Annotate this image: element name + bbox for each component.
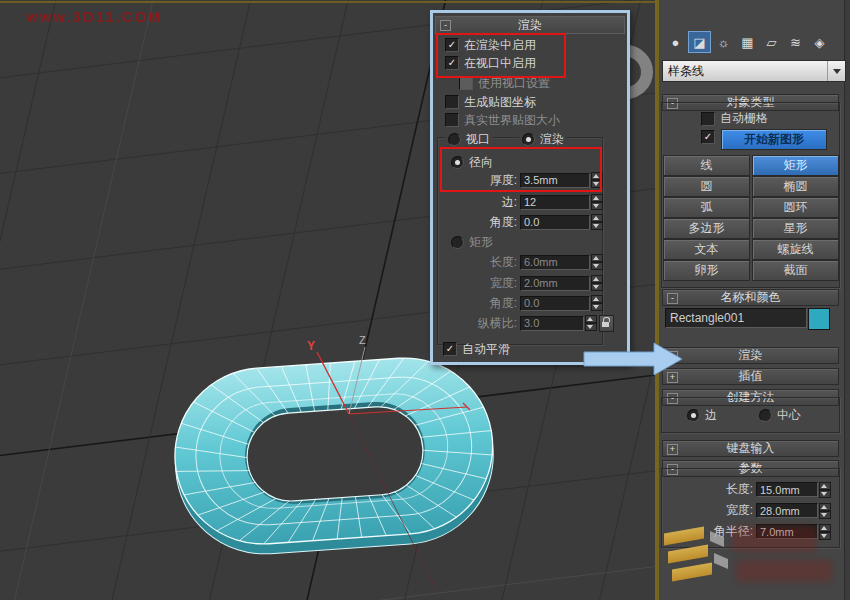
param-length-row: 长度: 15.0mm bbox=[659, 481, 831, 498]
shape-button-section[interactable]: 截面 bbox=[752, 260, 839, 281]
category-icon-row: ● ◪ ☼ ▦ ▱ ≋ ◈ bbox=[664, 31, 831, 53]
render-rollout-header[interactable]: - 渲染 bbox=[435, 16, 625, 34]
radio-unselected bbox=[451, 236, 464, 249]
param-corner-radius-spinner[interactable] bbox=[819, 524, 831, 540]
radio-selected[interactable] bbox=[687, 409, 700, 422]
checkbox-checked[interactable]: ✓ bbox=[445, 38, 459, 52]
keyboard-entry-rollout-collapsed[interactable]: + 键盘输入 bbox=[662, 440, 839, 457]
expand-icon[interactable]: + bbox=[667, 444, 678, 455]
render-rollout-panel: - 渲染 ✓ 在渲染中启用 ✓ 在视口中启用 使用视口设置 生成贴图坐标 真实世… bbox=[430, 10, 630, 365]
shape-button-ngon[interactable]: 多边形 bbox=[663, 218, 750, 239]
render-rollout-title: 渲染 bbox=[518, 17, 542, 34]
length-input[interactable]: 6.0mm bbox=[520, 255, 590, 270]
use-viewport-settings-checkbox-row[interactable]: 使用视口设置 bbox=[459, 75, 550, 91]
cameras-icon[interactable]: ▦ bbox=[736, 31, 759, 53]
angle2-input[interactable]: 0.0 bbox=[520, 296, 590, 311]
axis-y-label: Y bbox=[307, 339, 315, 353]
thickness-field-row: 厚度: 3.5mm bbox=[433, 172, 603, 188]
shape-button-arc[interactable]: 弧 bbox=[663, 197, 750, 218]
angle2-spinner[interactable] bbox=[591, 295, 603, 311]
angle2-field-row: 角度: 0.0 bbox=[433, 295, 603, 311]
axis-z-label: Z bbox=[359, 334, 366, 346]
shape-button-star[interactable]: 星形 bbox=[752, 218, 839, 239]
collapse-icon[interactable]: - bbox=[440, 20, 451, 31]
systems-icon[interactable]: ◈ bbox=[808, 31, 831, 53]
collapse-icon[interactable]: - bbox=[667, 293, 678, 304]
renderer-mode-radio[interactable]: 渲染 bbox=[519, 131, 567, 147]
name-color-rollout-header[interactable]: - 名称和颜色 bbox=[662, 289, 839, 306]
viewport-top-border bbox=[0, 1, 656, 3]
length-spinner[interactable] bbox=[591, 254, 603, 270]
angle-field-row: 角度: 0.0 bbox=[433, 214, 603, 230]
param-width-row: 宽度: 28.0mm bbox=[659, 502, 831, 519]
length-field-row: 长度: 6.0mm bbox=[433, 254, 603, 270]
aspect-field-row: 纵横比: 3.0 bbox=[433, 315, 614, 331]
object-color-swatch[interactable] bbox=[808, 308, 830, 330]
real-world-map-size-checkbox-row[interactable]: 真实世界贴图大小 bbox=[445, 112, 560, 128]
rounded-rectangle-tube[interactable] bbox=[169, 352, 499, 560]
angle-spinner[interactable] bbox=[591, 214, 603, 230]
start-new-shape-button[interactable]: 开始新图形 bbox=[721, 129, 827, 150]
aspect-input[interactable]: 3.0 bbox=[520, 316, 584, 331]
checkbox-checked[interactable]: ✓ bbox=[443, 342, 457, 356]
radio-unselected[interactable] bbox=[759, 409, 772, 422]
enable-in-renderer-checkbox-row[interactable]: ✓ 在渲染中启用 bbox=[445, 37, 536, 53]
object-name-input[interactable]: Rectangle001 bbox=[665, 308, 807, 328]
enable-in-viewport-checkbox-row[interactable]: ✓ 在视口中启用 bbox=[445, 55, 536, 71]
auto-smooth-checkbox-row[interactable]: ✓ 自动平滑 bbox=[443, 341, 510, 357]
space-warps-icon[interactable]: ≋ bbox=[784, 31, 807, 53]
checkbox-disabled bbox=[459, 76, 473, 90]
helpers-icon[interactable]: ▱ bbox=[760, 31, 783, 53]
param-width-spinner[interactable] bbox=[819, 503, 831, 519]
checkbox-checked[interactable]: ✓ bbox=[701, 130, 715, 144]
rectangular-radio-row[interactable]: 矩形 bbox=[451, 234, 493, 250]
width-spinner[interactable] bbox=[591, 275, 603, 291]
generate-mapping-coords-checkbox-row[interactable]: 生成贴图坐标 bbox=[445, 94, 536, 110]
chevron-down-icon[interactable] bbox=[827, 61, 845, 81]
shape-button-line[interactable]: 线 bbox=[663, 155, 750, 176]
sides-input[interactable]: 12 bbox=[520, 195, 590, 210]
aspect-spinner[interactable] bbox=[585, 315, 597, 331]
param-corner-radius-input[interactable]: 7.0mm bbox=[756, 524, 818, 539]
thickness-input[interactable]: 3.5mm bbox=[520, 173, 590, 188]
radio-selected[interactable] bbox=[522, 133, 535, 146]
checkbox-unchecked bbox=[445, 113, 459, 127]
width-input[interactable]: 2.0mm bbox=[520, 276, 590, 291]
param-length-spinner[interactable] bbox=[819, 482, 831, 498]
watermark-url-text: www.3D11.COM bbox=[26, 8, 163, 25]
center-radio-row[interactable]: 中心 bbox=[759, 407, 801, 424]
radio-selected[interactable] bbox=[451, 156, 464, 169]
checkbox-checked[interactable]: ✓ bbox=[445, 56, 459, 70]
aspect-lock-icon[interactable] bbox=[599, 315, 614, 332]
shape-button-ellipse[interactable]: 椭圆 bbox=[752, 176, 839, 197]
edge-radio-row[interactable]: 边 bbox=[687, 407, 717, 424]
sides-spinner[interactable] bbox=[591, 194, 603, 210]
rollout-scrollbar[interactable] bbox=[844, 0, 850, 600]
shape-button-circle[interactable]: 圆 bbox=[663, 176, 750, 197]
autogrid-checkbox-row[interactable]: 自动栅格 bbox=[701, 110, 768, 127]
shape-button-helix[interactable]: 螺旋线 bbox=[752, 239, 839, 260]
shape-button-text[interactable]: 文本 bbox=[663, 239, 750, 260]
thickness-spinner[interactable] bbox=[591, 172, 603, 188]
callout-arrow bbox=[580, 337, 690, 381]
shape-button-rectangle[interactable]: 矩形 bbox=[752, 155, 839, 176]
viewport-mode-radio[interactable]: 视口 bbox=[445, 131, 493, 147]
checkbox-unchecked[interactable] bbox=[445, 95, 459, 109]
checkbox-unchecked[interactable] bbox=[701, 112, 715, 126]
spline-type-dropdown[interactable]: 样条线 bbox=[662, 60, 846, 82]
angle-input[interactable]: 0.0 bbox=[520, 215, 590, 230]
radio-unselected[interactable] bbox=[448, 133, 461, 146]
command-panel: ● ◪ ☼ ▦ ▱ ≋ ◈ 样条线 - 对象类型 自动栅格 ✓ 开始新图形 线 … bbox=[659, 0, 850, 600]
width-field-row: 宽度: 2.0mm bbox=[433, 275, 603, 291]
lights-icon[interactable]: ☼ bbox=[712, 31, 735, 53]
sides-field-row: 边: 12 bbox=[433, 194, 603, 210]
start-new-shape-row: ✓ bbox=[701, 130, 715, 144]
shape-button-egg[interactable]: 卵形 bbox=[663, 260, 750, 281]
param-width-input[interactable]: 28.0mm bbox=[756, 503, 818, 518]
radial-radio-row[interactable]: 径向 bbox=[451, 154, 493, 170]
param-corner-radius-row: 角半径: 7.0mm bbox=[659, 523, 831, 540]
param-length-input[interactable]: 15.0mm bbox=[756, 482, 818, 497]
geometry-icon[interactable]: ● bbox=[664, 31, 687, 53]
shapes-icon[interactable]: ◪ bbox=[688, 31, 711, 53]
shape-button-donut[interactable]: 圆环 bbox=[752, 197, 839, 218]
